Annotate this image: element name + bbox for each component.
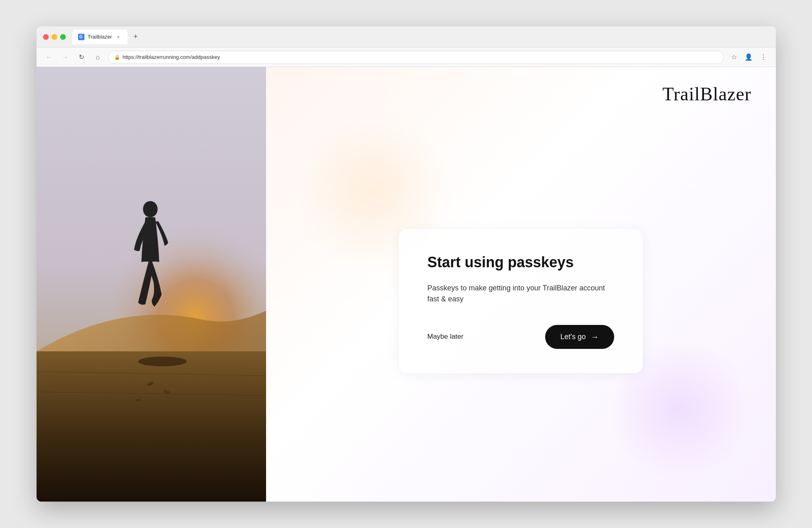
title-bar: G Trailblazer × + (37, 26, 776, 48)
menu-button[interactable]: ⋮ (757, 51, 769, 63)
logo-area: TrailBlazer (290, 83, 751, 105)
minimize-traffic-light[interactable] (52, 34, 57, 40)
browser-window: G Trailblazer × + ← → ↻ ⌂ 🔒 https://trai… (37, 26, 776, 502)
tab-favicon: G (78, 34, 84, 40)
home-button[interactable]: ⌂ (92, 51, 104, 63)
nav-bar: ← → ↻ ⌂ 🔒 https://trailblazerrunning.com… (37, 48, 776, 67)
runner-scene (37, 67, 266, 502)
traffic-lights (43, 34, 66, 40)
tab-close-button[interactable]: × (115, 34, 122, 40)
card-actions: Maybe later Let's go → (427, 325, 614, 349)
arrow-icon: → (591, 332, 599, 342)
page-content: TrailBlazer Start using passkeys Passkey… (37, 67, 776, 502)
back-button[interactable]: ← (43, 51, 55, 63)
right-panel: TrailBlazer Start using passkeys Passkey… (266, 67, 776, 502)
tab-bar: G Trailblazer × + (72, 30, 769, 44)
new-tab-button[interactable]: + (130, 31, 141, 43)
reload-button[interactable]: ↻ (76, 51, 88, 63)
bookmark-button[interactable]: ☆ (728, 51, 740, 63)
tab-title: Trailblazer (88, 34, 112, 40)
passkey-card: Start using passkeys Passkeys to make ge… (399, 229, 643, 373)
card-description: Passkeys to make getting into your Trail… (427, 283, 614, 305)
lets-go-button[interactable]: Let's go → (545, 325, 614, 349)
active-tab[interactable]: G Trailblazer × (72, 30, 128, 44)
svg-point-5 (143, 201, 158, 217)
maybe-later-button[interactable]: Maybe later (427, 329, 463, 344)
close-traffic-light[interactable] (43, 34, 49, 40)
lock-icon: 🔒 (114, 54, 120, 60)
svg-point-6 (138, 357, 187, 366)
profile-button[interactable]: 👤 (743, 51, 755, 63)
lets-go-label: Let's go (561, 333, 586, 341)
card-title: Start using passkeys (427, 253, 614, 271)
maximize-traffic-light[interactable] (60, 34, 66, 40)
nav-right-controls: ☆ 👤 ⋮ (728, 51, 769, 63)
forward-button[interactable]: → (59, 51, 71, 63)
url-text: https://trailblazerrunning.com/addpasske… (123, 54, 220, 60)
hero-image-panel (37, 67, 266, 502)
brand-logo: TrailBlazer (663, 83, 751, 105)
address-bar[interactable]: 🔒 https://trailblazerrunning.com/addpass… (108, 51, 724, 64)
